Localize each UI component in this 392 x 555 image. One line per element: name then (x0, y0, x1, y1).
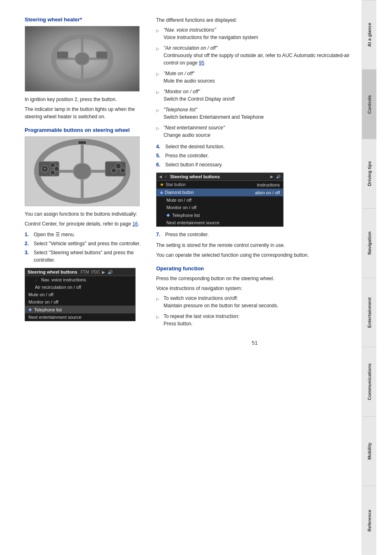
op-arrow-2: ▷ (156, 314, 161, 327)
screen-row-r3: Mute on / off (157, 196, 283, 204)
svg-rect-25 (78, 141, 86, 144)
diamond-icon-3: ◆ (166, 212, 170, 218)
operating-body2: Voice instructions of navigation system: (156, 285, 353, 292)
steering-heater-body2: The indicator lamp in the button lights … (25, 106, 148, 120)
steering-heater-body1: In ignition key position 2, press the bu… (25, 96, 148, 103)
screen-header-2: ◀ ✓ Steering wheel buttons ▶ 🔊 (157, 173, 283, 181)
svg-rect-6 (57, 51, 68, 59)
programmable-body2: Control Center, for principle details, r… (25, 220, 148, 228)
programmable-body1: You can assign functions to the buttons … (25, 210, 148, 218)
operating-bullets: ▷ To switch voice instructions on/off: M… (156, 295, 353, 327)
steps-list-left: 1. Open the ☰ menu. 2. Select "Vehicle s… (25, 231, 148, 264)
svg-rect-7 (96, 51, 108, 59)
operating-function-title: Operating function (156, 265, 353, 272)
op-arrow-1: ▷ (156, 296, 161, 309)
diamond-icon-2: ◆ (160, 190, 163, 195)
op-bullet-1: ▷ To switch voice instructions on/off: M… (156, 295, 353, 309)
screen-row-5: ◆ Telephone list (25, 306, 135, 313)
diamond-icon-1: ◆ (28, 307, 32, 312)
step-4: 4. Select the desired function. (156, 143, 353, 150)
step-7: 7. Press the controller. (156, 231, 353, 238)
sidebar-tab-at-a-glance[interactable]: At a glance (362, 0, 376, 69)
op-bullet-2: ▷ To repeat the last voice instruction: … (156, 313, 353, 327)
sidebar-tab-communications[interactable]: Communications (362, 347, 376, 416)
screen-title-2: Steering wheel buttons (170, 174, 220, 179)
function-1: ▷ "Nav. voice instructions" Voice instru… (156, 26, 353, 41)
screen-row-6: Next entertainment source (25, 313, 135, 321)
arrow-icon-6: ▷ (156, 125, 161, 139)
svg-point-10 (73, 163, 91, 180)
function-5: ▷ "Telephone list" Switch between Entert… (156, 106, 353, 121)
star-icon: ★ (160, 182, 164, 187)
arrow-icon-3: ▷ (156, 71, 161, 85)
function-3: ▷ "Mute on / off" Mute the audio sources (156, 70, 353, 85)
steering-wheel-buttons-graphic: + (29, 138, 136, 204)
programmable-buttons-image: + (25, 136, 140, 206)
screen-row-2: Air recirculation on / off (25, 283, 135, 291)
sidebar-tab-controls[interactable]: Controls (362, 69, 376, 139)
screen-row-diamond: ◆ Diamond button ation on / off (157, 189, 283, 196)
page-number: 51 (156, 340, 353, 346)
arrow-icon-4: ▷ (156, 89, 161, 103)
svg-point-23 (111, 168, 116, 173)
sidebar-tab-reference[interactable]: Reference (362, 486, 376, 555)
sidebar-tab-driving-tips[interactable]: Driving tips (362, 139, 376, 208)
step-1: 1. Open the ☰ menu. (25, 231, 148, 238)
steering-heater-image: * (25, 26, 140, 92)
steps-list-right: 4. Select the desired function. 5. Press… (156, 143, 353, 168)
screen-title-1: Steering wheel buttons (28, 269, 77, 274)
step-5: 5. Press the controller. (156, 152, 353, 159)
screen-mockup-2: ◀ ✓ Steering wheel buttons ▶ 🔊 ★ Star bu… (156, 173, 284, 227)
right-intro: The different functions are displayed: (156, 16, 353, 24)
sidebar-tab-entertainment[interactable]: Entertainment (362, 278, 376, 347)
screen-row-4: Monitor on / off (25, 298, 135, 306)
step-2: 2. Select "Vehicle settings" and press t… (25, 240, 148, 247)
operating-body1: Press the corresponding button on the st… (156, 275, 353, 282)
page-95-link[interactable]: 95 (199, 60, 204, 66)
svg-text:+: + (44, 166, 46, 171)
screen-row-1: ↓ Nav. voice instructions (25, 276, 135, 283)
svg-point-24 (120, 168, 125, 173)
svg-point-20 (50, 170, 55, 175)
arrow-icon-5: ▷ (156, 107, 161, 121)
sidebar-tab-navigation[interactable]: Navigation (362, 208, 376, 278)
screen-tabs-1: FTM PDC ▶ 🔊 (81, 270, 113, 274)
arrow-icon-1: ▷ (156, 28, 161, 41)
svg-point-19 (54, 166, 59, 171)
svg-text:*: * (79, 37, 80, 41)
svg-point-1 (75, 52, 90, 65)
function-2: ▷ "Air recirculation on / off" Continuou… (156, 44, 353, 67)
screen-mockup-1: Steering wheel buttons FTM PDC ▶ 🔊 ↓ Nav… (25, 268, 136, 321)
screen-row-r6: Next entertainment source (157, 219, 283, 226)
programmable-buttons-title: Programmable buttons on steering wheel (25, 127, 148, 133)
after-step7-1: The setting is stored for the remote con… (156, 242, 353, 249)
sidebar: At a glance Controls Driving tips Naviga… (362, 0, 376, 555)
step-6: 6. Select button if necessary. (156, 161, 353, 168)
functions-list: ▷ "Nav. voice instructions" Voice instru… (156, 26, 353, 139)
sidebar-tab-mobility[interactable]: Mobility (362, 416, 376, 486)
screen-header-1: Steering wheel buttons FTM PDC ▶ 🔊 (25, 268, 135, 276)
arrow-icon-2: ▷ (156, 46, 161, 67)
steering-heater-title: Steering wheel heater* (25, 16, 148, 23)
after-step7-2: You can operate the selected function us… (156, 251, 353, 259)
steering-wheel-graphic: * (49, 34, 115, 83)
screen-row-star: ★ Star button instructions (157, 181, 283, 189)
step-7-list: 7. Press the controller. (156, 231, 353, 238)
screen-row-r5: ◆ Telephone list (157, 211, 283, 219)
svg-point-22 (115, 163, 121, 169)
function-6: ▷ "Next entertainment source" Change aud… (156, 124, 353, 139)
screen-row-r4: Monitor on / off (157, 204, 283, 211)
page-link[interactable]: 16 (132, 221, 138, 227)
screen-row-3: Mute on / off (25, 291, 135, 298)
svg-point-18 (50, 163, 55, 168)
function-4: ▷ "Monitor on / off" Switch the Control … (156, 88, 353, 103)
step-3: 3. Select "Steering wheel buttons" and p… (25, 249, 148, 264)
